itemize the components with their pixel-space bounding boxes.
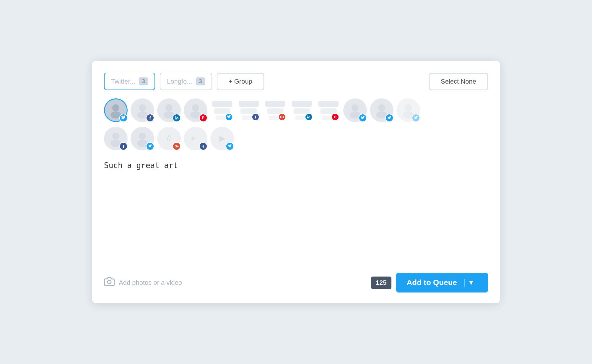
stack-twitter-badge (225, 113, 233, 121)
twitter-filter-btn[interactable]: Twitter... 3 (104, 73, 155, 90)
account-1-twitter[interactable] (104, 98, 128, 122)
add-queue-dropdown-icon[interactable]: ▾ (464, 279, 477, 287)
googleplus-badge-r2-3: G+ (173, 142, 181, 150)
account-r2-4-facebook[interactable]: ≡→ (184, 127, 207, 150)
longform-filter-badge: 3 (196, 77, 205, 85)
svg-point-12 (378, 104, 385, 111)
svg-point-4 (165, 104, 173, 111)
twitter-filter-label: Twitter... (111, 78, 135, 85)
account-10-twitter[interactable] (343, 98, 367, 122)
twitter-badge-11 (385, 114, 393, 122)
compose-modal: Twitter... 3 Longfo... 3 + Group Select … (92, 61, 500, 303)
stack-facebook[interactable] (237, 98, 261, 122)
account-r2-3-googleplus[interactable]: // G+ (157, 127, 181, 150)
stack-twitter[interactable] (210, 98, 234, 122)
bottom-bar: Add photos or a video 125 Add to Queue ▾ (104, 268, 488, 292)
svg-point-2 (139, 104, 146, 111)
account-r2-5-twitter[interactable]: |▶ (210, 127, 234, 150)
stack-googleplus[interactable]: G+ (264, 98, 287, 122)
char-count: 125 (371, 277, 391, 289)
longform-filter-btn[interactable]: Longfo... 3 (160, 73, 212, 90)
svg-point-7 (192, 104, 199, 111)
stack-facebook-badge (252, 113, 259, 121)
facebook-badge-r2-1 (119, 142, 128, 150)
twitter-filter-badge: 3 (139, 77, 148, 85)
twitter-badge-10 (359, 114, 367, 122)
add-photo-btn[interactable]: Add photos or a video (104, 276, 182, 289)
facebook-badge-icon (146, 114, 154, 122)
svg-point-18 (139, 133, 146, 140)
account-r2-2-twitter[interactable] (131, 127, 154, 150)
twitter-badge-12 (412, 114, 420, 122)
stack-pinterest-badge: P (331, 113, 339, 121)
add-group-btn[interactable]: + Group (217, 73, 264, 90)
stack-linkedin[interactable] (290, 98, 314, 122)
stack-linkedin-badge (305, 113, 313, 121)
account-4-pinterest[interactable]: P (184, 98, 207, 122)
add-photo-label: Add photos or a video (119, 279, 182, 287)
twitter-badge-icon (119, 114, 128, 122)
svg-point-6 (175, 116, 175, 117)
stack-googleplus-badge: G+ (278, 113, 286, 121)
svg-point-10 (352, 104, 359, 111)
compose-textarea[interactable]: Such a great art (104, 160, 488, 219)
twitter-badge-r2-5 (226, 142, 234, 150)
accounts-row-1: P (104, 98, 488, 122)
account-12-twitter[interactable] (396, 98, 420, 122)
camera-icon (104, 276, 115, 289)
select-none-btn[interactable]: Select None (429, 73, 488, 90)
add-queue-label: Add to Queue (407, 278, 464, 287)
account-11-twitter[interactable] (370, 98, 393, 122)
twitter-badge-r2-2 (146, 142, 154, 150)
stack-pinterest[interactable]: P (317, 98, 340, 122)
svg-point-16 (112, 133, 119, 140)
accounts-row-2: // G+ ≡→ |▶ (104, 127, 488, 150)
longform-filter-label: Longfo... (167, 78, 192, 85)
account-2-facebook[interactable] (131, 98, 154, 122)
svg-point-0 (112, 104, 119, 111)
compose-area: Such a great art (104, 160, 488, 260)
account-3-linkedin[interactable] (157, 98, 181, 122)
svg-point-9 (307, 116, 308, 116)
account-r2-1-facebook[interactable] (104, 127, 128, 150)
filter-toolbar: Twitter... 3 Longfo... 3 + Group Select … (104, 73, 488, 90)
add-to-queue-btn[interactable]: Add to Queue ▾ (396, 273, 488, 292)
facebook-badge-r2-4 (199, 142, 207, 150)
linkedin-badge-icon (173, 114, 181, 122)
svg-point-20 (108, 280, 111, 284)
svg-point-14 (405, 104, 412, 111)
pinterest-badge-icon: P (199, 114, 207, 122)
